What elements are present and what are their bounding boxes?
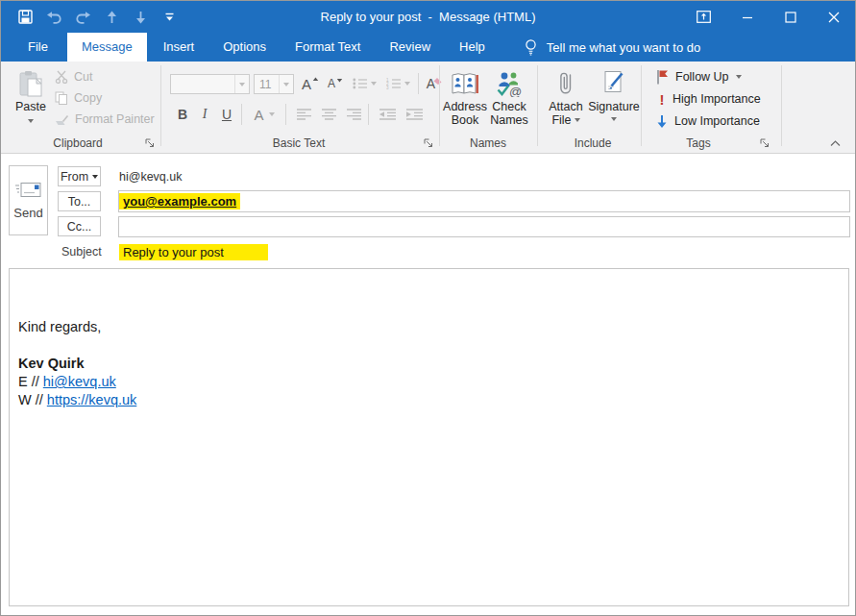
follow-up-dropdown-icon	[736, 75, 742, 79]
ribbon-tab-row: File Message Insert Options Format Text …	[1, 33, 855, 62]
address-book-icon	[451, 68, 479, 97]
format-painter-button[interactable]: Format Painter	[55, 110, 155, 129]
numbering-icon: 123	[386, 78, 401, 89]
bullets-button[interactable]	[351, 73, 378, 94]
basic-text-group-label: Basic Text	[241, 136, 356, 150]
increase-indent-button[interactable]	[403, 104, 426, 125]
clear-formatting-button[interactable]: A	[424, 73, 445, 94]
send-button[interactable]: Send	[9, 165, 48, 235]
tags-dialog-launcher-icon[interactable]	[759, 137, 770, 149]
grow-font-button[interactable]: A	[301, 73, 320, 94]
low-importance-icon	[656, 114, 668, 129]
tab-review[interactable]: Review	[377, 33, 443, 62]
font-size-dropdown-icon	[279, 75, 293, 93]
cc-label: Cc...	[67, 220, 92, 234]
previous-item-icon[interactable]	[103, 7, 120, 28]
message-body-content: Kind regards, Kev Quirk E // hi@kevq.uk …	[10, 269, 848, 409]
paste-button[interactable]: Paste	[11, 68, 51, 123]
copy-icon	[55, 91, 68, 105]
address-book-button[interactable]: Address Book	[444, 68, 486, 127]
collapse-ribbon-icon[interactable]	[827, 137, 843, 149]
to-button[interactable]: To...	[58, 191, 101, 211]
numbering-dropdown-icon	[404, 82, 410, 86]
from-button[interactable]: From	[58, 166, 101, 186]
clipboard-group-label: Clipboard	[20, 136, 135, 150]
message-body-editor[interactable]: Kind regards, Kev Quirk E // hi@kevq.uk …	[9, 268, 849, 606]
tell-me-box[interactable]: Tell me what you want to do	[525, 33, 700, 62]
underline-button[interactable]: U	[218, 104, 235, 125]
follow-up-label: Follow Up	[675, 70, 729, 84]
basic-text-dialog-launcher-icon[interactable]	[423, 137, 434, 149]
check-names-label-2: Names	[490, 113, 528, 127]
to-field[interactable]: you@example.com	[118, 190, 850, 212]
cc-button[interactable]: Cc...	[58, 216, 101, 236]
tab-message[interactable]: Message	[67, 33, 147, 62]
attach-file-button[interactable]: Attach File	[545, 68, 587, 127]
minimize-button[interactable]	[725, 1, 769, 33]
customize-qat-icon[interactable]	[160, 7, 178, 28]
names-group-label: Names	[445, 136, 531, 150]
align-right-button[interactable]	[343, 104, 364, 125]
shrink-font-button[interactable]: A	[326, 73, 345, 94]
signature-dropdown-icon	[611, 117, 617, 121]
signature-name: Kev Quirk	[18, 355, 839, 373]
high-importance-button[interactable]: ! High Importance	[658, 89, 761, 109]
subject-label: Subject	[61, 245, 102, 259]
low-importance-button[interactable]: Low Importance	[656, 111, 760, 131]
font-size-combo[interactable]: 11	[254, 74, 294, 94]
bold-button[interactable]: B	[174, 104, 191, 125]
tell-me-label: Tell me what you want to do	[547, 40, 700, 55]
tab-file[interactable]: File	[12, 33, 63, 62]
format-painter-label: Format Painter	[75, 112, 155, 126]
save-icon[interactable]	[16, 7, 34, 28]
numbering-button[interactable]: 123	[384, 73, 411, 94]
from-value: hi@kevq.uk	[119, 170, 183, 184]
align-center-button[interactable]	[318, 104, 339, 125]
cut-icon	[55, 70, 68, 84]
align-left-button[interactable]	[293, 104, 314, 125]
cut-button[interactable]: Cut	[55, 67, 92, 86]
close-button[interactable]	[812, 1, 855, 33]
tab-help[interactable]: Help	[447, 33, 498, 62]
ribbon: Paste Cut Copy Format Painter Clipboard	[1, 62, 855, 154]
high-importance-icon: !	[658, 91, 666, 108]
subject-field[interactable]: Reply to your post	[119, 242, 850, 261]
undo-icon[interactable]	[45, 7, 62, 28]
email-link[interactable]: hi@kevq.uk	[43, 374, 116, 389]
outlook-compose-window: Reply to your post - Message (HTML) File…	[0, 0, 856, 616]
include-group-label: Include	[545, 136, 641, 150]
high-importance-label: High Importance	[673, 92, 761, 106]
tab-insert[interactable]: Insert	[151, 33, 208, 62]
attach-file-label-1: Attach	[549, 100, 582, 113]
signature-email-line: E // hi@kevq.uk	[18, 373, 839, 391]
bullets-dropdown-icon	[371, 82, 377, 86]
tab-format-text[interactable]: Format Text	[282, 33, 373, 62]
svg-text:@: @	[509, 85, 522, 97]
italic-button[interactable]: I	[197, 104, 212, 125]
paste-icon	[19, 68, 43, 97]
signature-icon	[602, 68, 625, 97]
ribbon-display-options-icon[interactable]	[682, 1, 725, 33]
subject-value: Reply to your post	[119, 244, 268, 260]
clipboard-dialog-launcher-icon[interactable]	[144, 137, 156, 149]
next-item-icon[interactable]	[132, 7, 149, 28]
follow-up-button[interactable]: Follow Up	[656, 67, 742, 86]
format-painter-icon	[55, 113, 69, 126]
decrease-indent-button[interactable]	[376, 104, 399, 125]
font-color-button[interactable]: A	[249, 104, 280, 125]
bullets-icon	[353, 78, 367, 89]
copy-button[interactable]: Copy	[55, 88, 102, 108]
check-names-icon: @	[496, 68, 523, 97]
web-link[interactable]: https://kevq.uk	[47, 392, 137, 407]
paste-label: Paste	[15, 100, 46, 113]
signature-button[interactable]: Signature	[588, 68, 640, 121]
cc-field[interactable]	[118, 216, 850, 237]
redo-icon[interactable]	[74, 7, 91, 28]
address-book-label-1: Address	[443, 100, 487, 113]
font-name-combo[interactable]	[170, 74, 250, 94]
web-prefix: W //	[18, 392, 47, 407]
maximize-button[interactable]	[769, 1, 812, 33]
check-names-button[interactable]: @ Check Names	[487, 68, 531, 127]
tab-options[interactable]: Options	[210, 33, 279, 62]
copy-label: Copy	[74, 91, 102, 105]
